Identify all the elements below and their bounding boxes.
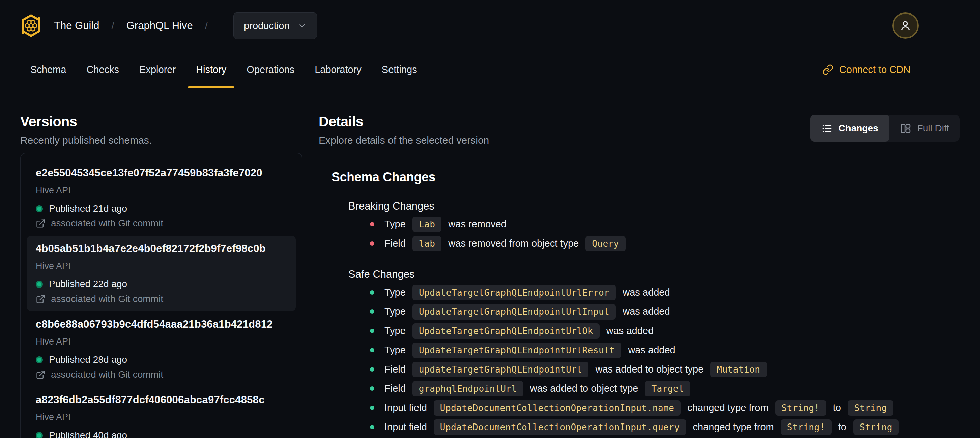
change-row: Input fieldUpdateDocumentCollectionOpera… (370, 398, 960, 417)
change-text: Input field (385, 402, 427, 413)
external-link-icon (36, 294, 46, 304)
code-chip: String! (775, 400, 826, 416)
tab-checks[interactable]: Checks (76, 51, 129, 88)
git-commit-text: associated with Git commit (51, 218, 163, 229)
external-link-icon (36, 370, 46, 380)
breadcrumb-separator: / (205, 20, 208, 31)
git-commit-link[interactable]: associated with Git commit (36, 218, 287, 229)
versions-panel: Versions Recently published schemas. e2e… (20, 113, 302, 438)
published-text: Published 40d ago (49, 430, 127, 438)
full-diff-toggle-button[interactable]: Full Diff (889, 115, 960, 142)
code-chip: UpdateTargetGraphQLEndpointUrlError (412, 285, 616, 300)
version-card[interactable]: c8b6e88a06793b9c4dfd54aaa21b36a1b421d812… (27, 311, 296, 387)
git-commit-text: associated with Git commit (51, 369, 163, 380)
code-chip: Target (645, 381, 690, 397)
top-header: The Guild / GraphQL Hive / production (0, 0, 980, 51)
tab-schema[interactable]: Schema (20, 51, 76, 88)
change-row: TypeUpdateTargetGraphQLEndpointUrlErrorw… (370, 283, 960, 302)
user-icon (899, 19, 912, 32)
details-title: Details (319, 113, 489, 130)
code-chip: UpdateDocumentCollectionOperationInput.n… (434, 400, 681, 416)
bullet-icon (370, 241, 374, 246)
safe-changes-group: Safe Changes TypeUpdateTargetGraphQLEndp… (348, 268, 960, 436)
change-text: was added (606, 325, 654, 336)
version-published: Published 21d ago (36, 203, 287, 214)
tab-explorer[interactable]: Explorer (129, 51, 186, 88)
bullet-icon (370, 348, 374, 352)
version-list: e2e55045345ce13fe07f52a77459b83fa3fe7020… (20, 153, 302, 438)
connect-to-cdn-label: Connect to CDN (839, 64, 910, 75)
change-row: TypeLabwas removed (370, 215, 960, 234)
target-selector[interactable]: production (233, 13, 317, 39)
tab-laboratory[interactable]: Laboratory (304, 51, 372, 88)
link-icon (822, 64, 833, 75)
code-chip: Query (585, 236, 625, 252)
details-header: Details Explore details of the selected … (319, 113, 960, 147)
bullet-icon (370, 367, 374, 371)
version-card[interactable]: 4b05ab51b1b4a7e2e4b0ef82172f2b9f7ef98c0b… (27, 236, 296, 311)
version-service: Hive API (36, 185, 287, 196)
published-text: Published 21d ago (49, 203, 127, 214)
nav-tabs: SchemaChecksExplorerHistoryOperationsLab… (20, 51, 427, 88)
version-service: Hive API (36, 412, 287, 422)
version-hash: c8b6e88a06793b9c4dfd54aaa21b36a1b421d812 (36, 318, 287, 331)
target-selector-value: production (244, 20, 290, 31)
safe-changes-title: Safe Changes (348, 268, 960, 281)
breadcrumb-org[interactable]: The Guild (54, 19, 99, 32)
bullet-icon (370, 406, 374, 410)
safe-changes-list: TypeUpdateTargetGraphQLEndpointUrlErrorw… (370, 283, 960, 436)
tab-settings[interactable]: Settings (372, 51, 427, 88)
schema-changes-title: Schema Changes (331, 169, 960, 185)
version-service: Hive API (36, 261, 287, 271)
git-commit-link[interactable]: associated with Git commit (36, 369, 287, 380)
tab-operations[interactable]: Operations (236, 51, 304, 88)
change-text: changed type from (693, 422, 774, 433)
git-commit-link[interactable]: associated with Git commit (36, 293, 287, 304)
published-text: Published 22d ago (49, 279, 127, 290)
details-subtitle: Explore details of the selected version (319, 134, 489, 147)
code-chip: String (853, 419, 899, 435)
version-service: Hive API (36, 336, 287, 347)
published-dot-icon (36, 205, 43, 212)
changes-toggle-button[interactable]: Changes (810, 115, 889, 142)
version-hash: 4b05ab51b1b4a7e2e4b0ef82172f2b9f7ef98c0b (36, 242, 287, 255)
version-published: Published 28d ago (36, 354, 287, 365)
schema-changes-section: Schema Changes Breaking Changes TypeLabw… (331, 169, 960, 436)
change-text: Field (385, 364, 406, 375)
code-chip: Mutation (710, 362, 767, 377)
hive-logo-icon[interactable] (20, 14, 42, 37)
nav-bar: SchemaChecksExplorerHistoryOperationsLab… (0, 51, 980, 88)
change-text: was added (622, 287, 670, 298)
change-row: FieldgraphqlEndpointUrlwas added to obje… (370, 379, 960, 398)
version-hash: a823f6db2a55df877dcf406006abca97fcc4858c (36, 393, 287, 406)
user-avatar[interactable] (892, 13, 919, 39)
version-card[interactable]: e2e55045345ce13fe07f52a77459b83fa3fe7020… (27, 160, 296, 236)
changes-toggle-label: Changes (838, 123, 878, 134)
breaking-changes-list: TypeLabwas removedFieldlabwas removed fr… (370, 215, 960, 253)
breadcrumb-separator: / (111, 20, 114, 31)
published-dot-icon (36, 356, 43, 363)
connect-to-cdn-button[interactable]: Connect to CDN (822, 51, 910, 88)
chevron-down-icon (298, 21, 307, 30)
tab-history[interactable]: History (186, 51, 236, 88)
published-text: Published 28d ago (49, 354, 127, 365)
main-content: Versions Recently published schemas. e2e… (0, 88, 980, 438)
version-card[interactable]: a823f6db2a55df877dcf406006abca97fcc4858c… (27, 387, 296, 438)
change-text: was removed from object type (448, 238, 579, 249)
code-chip: String (848, 400, 893, 416)
code-chip: Lab (412, 217, 441, 232)
list-icon (821, 123, 832, 134)
change-row: TypeUpdateTargetGraphQLEndpointUrlResult… (370, 341, 960, 360)
published-dot-icon (36, 432, 43, 438)
change-text: to (833, 402, 841, 413)
change-text: was added (622, 306, 670, 317)
columns-icon (900, 123, 911, 134)
breadcrumb-project[interactable]: GraphQL Hive (126, 19, 193, 32)
change-text: Type (385, 287, 406, 298)
published-dot-icon (36, 281, 43, 288)
change-row: TypeUpdateTargetGraphQLEndpointUrlInputw… (370, 302, 960, 321)
details-header-text: Details Explore details of the selected … (319, 113, 489, 147)
view-toggle-group: Changes Full Diff (810, 115, 960, 142)
change-text: Type (385, 306, 406, 317)
bullet-icon (370, 329, 374, 333)
